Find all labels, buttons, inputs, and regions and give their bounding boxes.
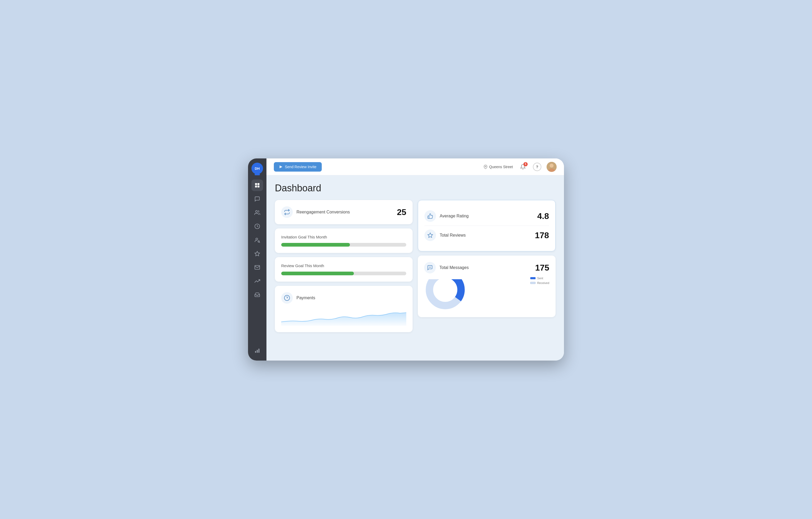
- reengagement-label: Reengagement Conversions: [296, 210, 393, 214]
- logo-text: DH: [255, 166, 260, 171]
- grid-icon: [254, 182, 260, 188]
- reengagement-icon: [281, 206, 293, 218]
- reengagement-svg-icon: [284, 209, 290, 215]
- help-button[interactable]: ?: [533, 163, 541, 171]
- rating-icon: [425, 210, 436, 222]
- messages-legend: Sent Received: [530, 277, 549, 284]
- payments-sparkline: [281, 307, 406, 326]
- send-invite-label: Send Review Invite: [285, 165, 317, 169]
- invitation-goal-label: Invitation Goal This Month: [281, 235, 406, 239]
- svg-marker-20: [428, 233, 433, 237]
- payments-card: Payments: [275, 286, 413, 332]
- location-display[interactable]: Queens Street: [484, 165, 513, 169]
- sidebar-item-reports[interactable]: [252, 345, 263, 356]
- sidebar-item-dashboard[interactable]: [252, 180, 263, 191]
- right-column: Average Rating 4.8 Total Reviews 178: [418, 200, 555, 332]
- average-rating-row: Average Rating 4.8: [425, 207, 549, 225]
- header-right: Queens Street 5 ?: [484, 162, 557, 172]
- person-search-icon: [254, 237, 260, 243]
- sidebar-item-messages[interactable]: [252, 193, 263, 205]
- chat-icon: [254, 196, 260, 202]
- bar-chart-icon: [254, 348, 260, 354]
- invitation-goal-progress: [281, 243, 406, 247]
- sidebar-bottom: [252, 345, 263, 356]
- sidebar-item-analytics[interactable]: [252, 275, 263, 287]
- svg-rect-12: [259, 349, 260, 353]
- total-reviews-label: Total Reviews: [440, 233, 531, 238]
- invitation-goal-fill: [281, 243, 350, 247]
- device-frame: DH: [248, 158, 564, 361]
- location-icon: [484, 165, 488, 169]
- app-logo[interactable]: DH: [252, 163, 263, 174]
- users-icon: [254, 210, 260, 216]
- donut-svg: [424, 279, 466, 311]
- header-left: Send Review Invite: [274, 162, 484, 172]
- average-rating-label: Average Rating: [440, 214, 534, 218]
- svg-rect-1: [258, 183, 259, 185]
- messages-header: Total Messages 175: [424, 262, 549, 273]
- svg-rect-3: [258, 186, 259, 187]
- messages-bottom: Sent Received: [424, 277, 549, 311]
- donut-chart: [424, 279, 466, 311]
- payments-label: Payments: [296, 296, 406, 300]
- svg-rect-2: [255, 186, 257, 187]
- reengagement-card: Reengagement Conversions 25: [275, 200, 413, 224]
- svg-point-6: [256, 238, 258, 240]
- received-legend-dot: [530, 282, 535, 284]
- total-reviews-value: 178: [535, 231, 549, 240]
- sent-legend-item: Sent: [530, 277, 549, 280]
- svg-point-16: [550, 163, 553, 167]
- mail-icon: [254, 265, 260, 270]
- user-avatar[interactable]: [547, 162, 557, 172]
- dashboard-grid: Reengagement Conversions 25 Invitation G…: [275, 200, 555, 332]
- page-title: Dashboard: [275, 183, 555, 194]
- svg-marker-9: [255, 251, 260, 256]
- thumbup-icon: [427, 213, 433, 219]
- sidebar: DH: [248, 158, 266, 361]
- svg-line-8: [259, 242, 260, 243]
- svg-point-14: [485, 166, 486, 167]
- average-rating-value: 4.8: [538, 211, 549, 221]
- content-area: Dashboard: [266, 175, 564, 361]
- sidebar-item-contacts[interactable]: [252, 207, 263, 218]
- received-label: Received: [537, 281, 549, 284]
- payments-stat-row: Payments: [281, 292, 406, 304]
- chat-bubble-icon: [427, 265, 433, 271]
- notification-count: 5: [525, 163, 526, 165]
- location-text: Queens Street: [489, 165, 513, 169]
- svg-rect-0: [255, 183, 257, 185]
- svg-rect-10: [255, 351, 256, 353]
- svg-marker-13: [280, 165, 283, 168]
- payments-svg-icon: [284, 295, 290, 301]
- sent-legend-dot: [530, 277, 535, 279]
- clock-icon: [254, 223, 260, 229]
- main-area: Send Review Invite Queens Street: [266, 158, 564, 361]
- sidebar-item-inbox[interactable]: [252, 289, 263, 301]
- review-goal-fill: [281, 272, 354, 275]
- header: Send Review Invite Queens Street: [266, 158, 564, 175]
- send-invite-button[interactable]: Send Review Invite: [274, 162, 322, 172]
- messages-icon: [424, 262, 436, 273]
- sidebar-item-history[interactable]: [252, 220, 263, 232]
- notification-badge: 5: [523, 162, 528, 166]
- reengagement-value: 25: [397, 207, 406, 217]
- star-reviews-icon: [427, 233, 433, 238]
- review-goal-card: Review Goal This Month: [275, 257, 413, 282]
- notifications-button[interactable]: 5: [518, 162, 528, 172]
- help-label: ?: [536, 165, 539, 169]
- ratings-card: Average Rating 4.8 Total Reviews 178: [418, 200, 555, 251]
- sidebar-item-users[interactable]: [252, 234, 263, 246]
- trending-icon: [254, 278, 260, 284]
- review-goal-label: Review Goal This Month: [281, 264, 406, 268]
- left-column: Reengagement Conversions 25 Invitation G…: [275, 200, 413, 332]
- sidebar-item-email[interactable]: [252, 262, 263, 273]
- sparkline-svg: [281, 307, 406, 326]
- sent-label: Sent: [537, 277, 543, 280]
- invitation-goal-card: Invitation Goal This Month: [275, 228, 413, 253]
- received-legend-item: Received: [530, 281, 549, 284]
- send-icon: [279, 165, 283, 169]
- sidebar-item-reviews[interactable]: [252, 248, 263, 260]
- review-goal-progress: [281, 272, 406, 275]
- avatar-image: [547, 162, 557, 172]
- inbox-icon: [254, 292, 260, 298]
